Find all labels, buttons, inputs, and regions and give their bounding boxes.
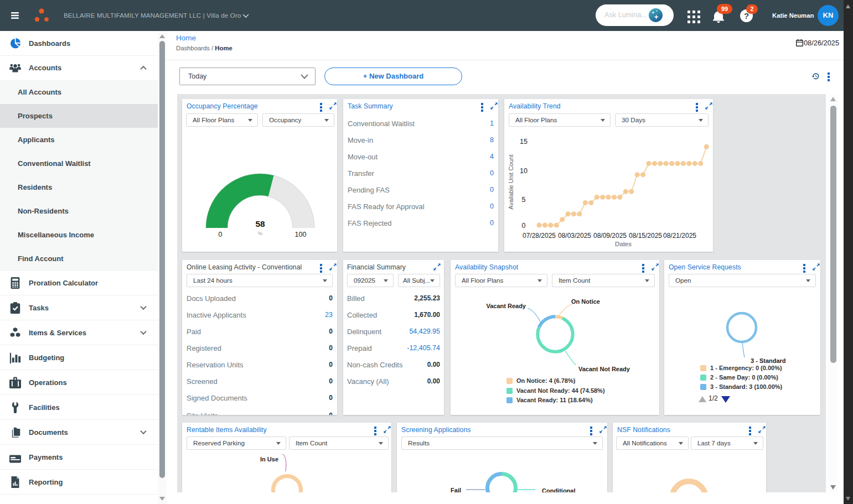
svg-text:07/28/2025: 07/28/2025 [523,232,556,240]
svg-text:Available Unit Count: Available Unit Count [508,154,514,209]
svg-text:Vacant Not Ready: Vacant Not Ready [578,366,630,372]
svg-text:3 - Standard: 3 - Standard [751,357,786,364]
svg-text:Dates: Dates [615,241,632,247]
svg-text:Fail: Fail [451,487,461,492]
svg-text:10: 10 [520,167,528,175]
svg-text:Vacant Ready: Vacant Ready [486,303,526,309]
svg-text:%: % [258,230,263,236]
svg-text:08/03/2025: 08/03/2025 [558,232,591,240]
svg-text:58: 58 [255,219,265,228]
svg-text:0: 0 [522,222,526,230]
svg-text:08/15/2025: 08/15/2025 [629,232,662,240]
svg-text:08/21/2025: 08/21/2025 [663,232,696,240]
svg-text:08/09/2025: 08/09/2025 [593,232,627,240]
svg-text:Conditional: Conditional [542,487,576,492]
svg-text:15: 15 [520,138,528,146]
svg-text:In Use: In Use [260,456,278,463]
svg-text:100: 100 [295,231,307,238]
svg-text:On Notice: On Notice [571,298,600,305]
svg-text:5: 5 [522,196,526,204]
svg-text:0: 0 [219,231,223,238]
